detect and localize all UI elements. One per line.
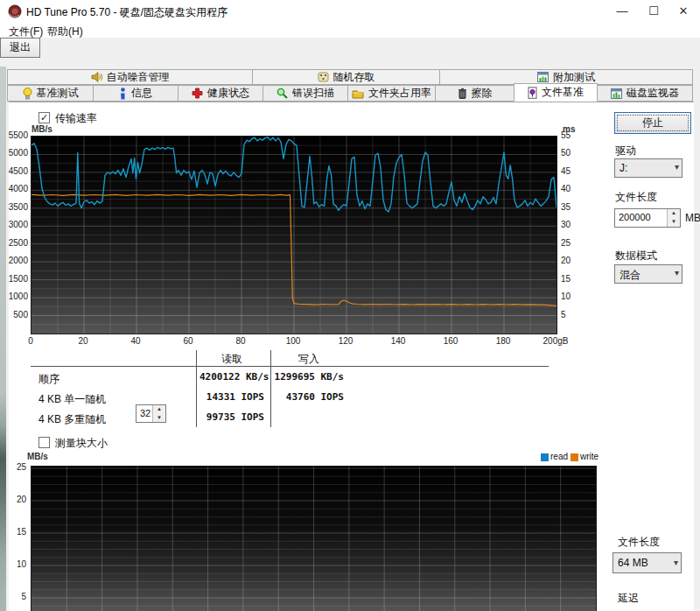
tick-label: 120 (326, 336, 365, 346)
read-legend-label: read (550, 452, 568, 461)
tab-row: 基准测试 信息 健康状态 错误扫描 (7, 85, 693, 102)
menu-bar: 文件(F) 帮助(H) (0, 23, 700, 38)
tab-health[interactable]: 健康状态 (178, 85, 262, 102)
tick-label: 160 (431, 336, 470, 346)
file-length-spinner[interactable]: 200000 ▲▼ (614, 208, 681, 228)
read-legend-swatch (541, 453, 549, 461)
tick-label: 45 (561, 166, 578, 176)
background-window-sliver (0, 67, 6, 611)
maximize-button[interactable]: ☐ (639, 0, 668, 23)
table-divider (31, 366, 549, 367)
hdtune-window: HD Tune Pro 5.70 - 硬盘/固态硬盘实用程序 — ☐ ✕ 文件(… (0, 0, 700, 611)
tab-label: 磁盘监视器 (626, 86, 679, 101)
table-header-read: 读取 (194, 352, 270, 367)
transfer-rate-label: 传输速率 (55, 111, 97, 126)
exit-button[interactable]: 退出 (0, 38, 40, 58)
block-size-label: 测量块大小 (55, 436, 108, 451)
panel-tab-label: 随机存取 (333, 70, 375, 85)
tick-label: 5 (561, 310, 578, 320)
spinner-down-icon[interactable]: ▼ (153, 414, 165, 423)
tab-label: 文件夹占用率 (368, 86, 431, 101)
file-length-unit: MB (685, 212, 700, 224)
write-legend-swatch (570, 453, 578, 461)
chevron-down-icon: ▾ (674, 558, 678, 567)
chevron-down-icon: ▾ (675, 268, 679, 277)
tick-label: 20 (64, 336, 102, 346)
tab-label: 错误扫描 (292, 86, 334, 101)
file-length2-label: 文件长度 (618, 535, 660, 550)
close-button[interactable]: ✕ (668, 0, 698, 23)
tick-label: 40 (116, 336, 155, 346)
file-benchmark-icon (528, 87, 537, 99)
tick-label: 180 (484, 336, 522, 346)
trash-icon (458, 88, 467, 99)
table-row-label: 顺序 (38, 372, 60, 387)
tick-label: 140 (379, 336, 417, 346)
table-cell-write: 1299695 KB/s (274, 371, 344, 383)
tick-label: 0 (11, 336, 50, 346)
transfer-rate-chart (31, 136, 557, 334)
panel-tab-label: 附加测试 (553, 70, 595, 85)
tab-file-benchmark[interactable]: 文件基准 (514, 83, 598, 102)
tick-label: 15 (561, 274, 578, 284)
chevron-down-icon: ▾ (675, 162, 679, 172)
monitor-chart-icon (611, 88, 622, 99)
spinner-down-icon[interactable]: ▼ (668, 218, 680, 227)
minimize-button[interactable]: — (607, 0, 637, 23)
spinner-up-icon[interactable]: ▲ (668, 209, 680, 218)
tick-label: 100 (274, 336, 312, 346)
info-icon (119, 88, 127, 100)
tick-label: 50 (561, 148, 578, 158)
tick-label: 30 (561, 220, 578, 229)
tab-disk-monitor[interactable]: 磁盘监视器 (598, 85, 693, 102)
tick-label: 10 (561, 291, 578, 301)
table-cell-read: 14331 IOPS (200, 391, 264, 403)
folder-icon (352, 88, 364, 99)
tick-label: 40 (561, 184, 578, 193)
data-mode-label: 数据模式 (615, 249, 657, 263)
title-bar: HD Tune Pro 5.70 - 硬盘/固态硬盘实用程序 — ☐ ✕ (0, 0, 700, 23)
queue-depth-spinner[interactable]: 32 ▲▼ (136, 404, 166, 423)
tick-label: 25 (561, 238, 578, 248)
tab-erase[interactable]: 擦除 (435, 85, 514, 102)
dice-icon (318, 72, 329, 82)
data-mode-value: 混合 (620, 268, 640, 283)
tab-info[interactable]: 信息 (93, 85, 178, 102)
tab-benchmark[interactable]: 基准测试 (7, 85, 93, 102)
data-mode-select[interactable]: 混合 ▾ (614, 264, 682, 284)
panel-tab-random-access[interactable]: 随机存取 (252, 69, 439, 85)
spinner-up-icon[interactable]: ▲ (153, 405, 165, 414)
health-cross-icon (192, 88, 203, 99)
panel-tab-label: 自动噪音管理 (107, 70, 170, 85)
table-cell-write: 43760 IOPS (274, 391, 344, 403)
tab-label: 基准测试 (37, 86, 79, 101)
file-length2-select[interactable]: 64 MB ▾ (612, 552, 682, 573)
checkmark-icon: ✓ (40, 112, 48, 123)
drive-label: 驱动 (615, 144, 636, 158)
file-length-value: 200000 (619, 212, 651, 222)
tab-error-scan[interactable]: 错误扫描 (262, 85, 347, 102)
block-size-checkbox[interactable] (38, 437, 50, 448)
write-legend-label: write (580, 452, 598, 461)
magnifier-icon (276, 88, 288, 99)
stop-button[interactable]: 停止 (614, 112, 691, 134)
y-axis-title: MB/s (32, 124, 52, 134)
tab-folder-usage[interactable]: 文件夹占用率 (347, 85, 435, 102)
queue-depth-value: 32 (140, 408, 150, 418)
table-divider (196, 350, 197, 427)
bulb-icon (23, 88, 32, 100)
tick-label: 200gB (536, 336, 575, 346)
table-cell-read: 99735 IOPS (200, 411, 264, 423)
drive-letter-select[interactable]: J: ▾ (614, 158, 682, 178)
y-axis-title-2: MB/s (27, 452, 48, 461)
window-title: HD Tune Pro 5.70 - 硬盘/固态硬盘实用程序 (26, 5, 228, 20)
tab-label: 擦除 (472, 86, 493, 101)
file-length-label: 文件长度 (615, 190, 657, 205)
panel-tab-aam[interactable]: 自动噪音管理 (7, 69, 252, 85)
file-length2-value: 64 MB (618, 557, 648, 569)
tick-label: 20 (561, 256, 578, 265)
tab-label: 健康状态 (207, 86, 249, 101)
transfer-rate-checkbox[interactable]: ✓ (38, 112, 50, 123)
drive-letter-value: J: (620, 162, 627, 174)
table-row-label: 4 KB 单一随机 (38, 392, 106, 407)
